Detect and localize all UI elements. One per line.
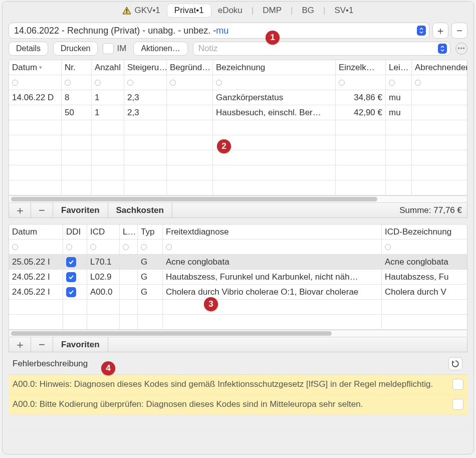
col-begruendung[interactable]: Begründ… bbox=[167, 60, 213, 75]
callout-badge-1: 1 bbox=[266, 31, 280, 45]
tab-label: BG bbox=[302, 6, 314, 16]
invoice-selector[interactable]: 14.06.2022 - Rechnung (Privat) - unabg. … bbox=[9, 23, 429, 39]
col-einzelkosten[interactable]: Einzelk… bbox=[336, 60, 386, 75]
note-placeholder: Notiz bbox=[198, 44, 218, 54]
diagnoses-subtoolbar: ＋ − Favoriten bbox=[9, 337, 467, 352]
horizontal-scrollbar[interactable] bbox=[9, 196, 467, 203]
tab-sep: | bbox=[321, 6, 327, 16]
error-checkbox[interactable] bbox=[452, 399, 463, 410]
more-icon[interactable]: ••• bbox=[455, 43, 467, 55]
svg-rect-1 bbox=[126, 9, 127, 12]
top-tabs: GKV•1 Privat•1 eDoku | DMP | BG | SV•1 bbox=[3, 2, 473, 20]
table-row[interactable] bbox=[9, 165, 467, 180]
grid-filter-row[interactable] bbox=[9, 75, 467, 90]
favoriten-tab[interactable]: Favoriten bbox=[53, 337, 108, 352]
tab-label: eDoku bbox=[218, 6, 243, 16]
table-row[interactable]: 24.05.22 I A00.0 G Cholera durch Vibrio … bbox=[9, 285, 467, 300]
table-row[interactable]: 14.06.22 D 8 1 2,3 Ganzkörperstatus 34,8… bbox=[9, 90, 467, 105]
invoice-text: 14.06.2022 - Rechnung (Privat) - unabg. … bbox=[14, 26, 216, 36]
tab-dmp[interactable]: DMP bbox=[256, 4, 289, 17]
tab-label: Privat•1 bbox=[174, 6, 204, 16]
button-label: Aktionen… bbox=[141, 44, 180, 53]
error-row[interactable]: A00.0: Hinweis: Diagnosen dieses Kodes s… bbox=[9, 375, 467, 395]
error-checkbox[interactable] bbox=[452, 379, 463, 390]
details-button[interactable]: Details bbox=[9, 42, 48, 56]
table-row[interactable] bbox=[9, 315, 467, 330]
error-section-title: Fehlerbeschreibung bbox=[13, 359, 88, 369]
note-input[interactable]: Notiz bbox=[193, 42, 450, 56]
col-steigerung[interactable]: Steigeru… bbox=[124, 60, 167, 75]
sachkosten-tab[interactable]: Sachkosten bbox=[108, 203, 172, 217]
callout-badge-2: 2 bbox=[217, 139, 231, 153]
table-row[interactable] bbox=[9, 300, 467, 315]
error-row[interactable]: A00.0: Bitte Kodierung überprüfen: Diagn… bbox=[9, 395, 467, 415]
tab-gkv[interactable]: GKV•1 bbox=[115, 4, 167, 17]
tab-label: SV•1 bbox=[334, 6, 353, 16]
horizontal-scrollbar[interactable] bbox=[9, 330, 467, 337]
table-row[interactable] bbox=[9, 135, 467, 150]
table-row[interactable] bbox=[9, 120, 467, 135]
add-row-button[interactable]: ＋ bbox=[9, 337, 31, 352]
actions-button[interactable]: Aktionen… bbox=[133, 42, 187, 56]
tab-sep: | bbox=[250, 6, 256, 16]
refresh-icon bbox=[451, 360, 459, 368]
grid-filter-row[interactable] bbox=[9, 240, 467, 255]
col-abrechnender[interactable]: Abrechnender / bbox=[412, 60, 467, 75]
positions-grid: Datum▾ Nr. Anzahl Steigeru… Begründ… Bez… bbox=[9, 60, 467, 196]
checkbox-on-icon[interactable] bbox=[66, 272, 76, 282]
im-checkbox[interactable] bbox=[103, 43, 114, 54]
tab-label: DMP bbox=[263, 6, 282, 16]
col-datum[interactable]: Datum bbox=[9, 224, 63, 239]
table-row[interactable]: 50 1 2,3 Hausbesuch, einschl. Ber… 42,90… bbox=[9, 105, 467, 120]
table-row[interactable]: 24.05.22 I L02.9 G Hautabszess, Furunkel… bbox=[9, 270, 467, 285]
error-row[interactable] bbox=[9, 415, 467, 431]
col-icd-bez[interactable]: ICD-Bezeichnung bbox=[382, 224, 467, 239]
callout-badge-3: 3 bbox=[204, 297, 218, 311]
sum-label: Summe: 77,76 € bbox=[172, 203, 467, 217]
tab-edoku[interactable]: eDoku bbox=[211, 4, 250, 17]
add-invoice-button[interactable]: ＋ bbox=[432, 23, 448, 39]
remove-invoice-button[interactable]: − bbox=[451, 23, 467, 39]
tab-bg[interactable]: BG bbox=[295, 4, 321, 17]
warning-icon bbox=[122, 7, 131, 15]
button-label: Details bbox=[16, 44, 41, 53]
error-list: A00.0: Hinweis: Diagnosen dieses Kodes s… bbox=[9, 374, 467, 431]
chevron-updown-icon[interactable] bbox=[417, 26, 426, 36]
table-row[interactable] bbox=[9, 180, 467, 195]
table-row[interactable] bbox=[9, 150, 467, 165]
error-text: A00.0: Bitte Kodierung überprüfen: Diagn… bbox=[13, 399, 452, 410]
error-text: A00.0: Hinweis: Diagnosen dieses Kodes s… bbox=[13, 379, 452, 390]
col-icd[interactable]: ICD bbox=[87, 224, 120, 239]
callout-badge-4: 4 bbox=[101, 361, 115, 375]
grid-header: Datum DDI ICD L… Typ Freitextdiagnose IC… bbox=[9, 224, 467, 240]
checkbox-on-icon[interactable] bbox=[66, 287, 76, 297]
add-row-button[interactable]: ＋ bbox=[9, 203, 31, 217]
tab-sv[interactable]: SV•1 bbox=[327, 4, 360, 17]
reload-button[interactable] bbox=[448, 357, 462, 370]
col-l[interactable]: L… bbox=[120, 224, 138, 239]
im-label: IM bbox=[117, 44, 126, 54]
remove-row-button[interactable]: − bbox=[31, 337, 53, 352]
button-label: Drucken bbox=[61, 44, 91, 53]
col-datum[interactable]: Datum▾ bbox=[9, 60, 62, 75]
col-nr[interactable]: Nr. bbox=[62, 60, 92, 75]
table-row[interactable]: 25.05.22 I L70.1 G Acne conglobata Acne … bbox=[9, 255, 467, 270]
print-button[interactable]: Drucken bbox=[53, 42, 98, 56]
tab-privat[interactable]: Privat•1 bbox=[167, 4, 211, 17]
svg-rect-2 bbox=[126, 12, 127, 13]
sort-desc-icon: ▾ bbox=[39, 64, 42, 71]
col-dd[interactable]: DDI bbox=[63, 224, 87, 239]
positions-subtoolbar: ＋ − Favoriten Sachkosten Summe: 77,76 € bbox=[9, 203, 467, 218]
chevron-icon[interactable] bbox=[438, 44, 447, 54]
checkbox-on-icon[interactable] bbox=[66, 257, 76, 267]
tab-sep: | bbox=[289, 6, 295, 16]
invoice-suffix: mu bbox=[216, 26, 228, 36]
col-bezeichnung[interactable]: Bezeichnung bbox=[213, 60, 336, 75]
col-anzahl[interactable]: Anzahl bbox=[92, 60, 124, 75]
favoriten-tab[interactable]: Favoriten bbox=[53, 203, 108, 217]
remove-row-button[interactable]: − bbox=[31, 203, 53, 217]
col-leistung[interactable]: Lei… bbox=[386, 60, 412, 75]
col-typ[interactable]: Typ bbox=[138, 224, 163, 239]
diagnoses-grid: Datum DDI ICD L… Typ Freitextdiagnose IC… bbox=[9, 224, 467, 330]
col-freitext[interactable]: Freitextdiagnose bbox=[163, 224, 382, 239]
